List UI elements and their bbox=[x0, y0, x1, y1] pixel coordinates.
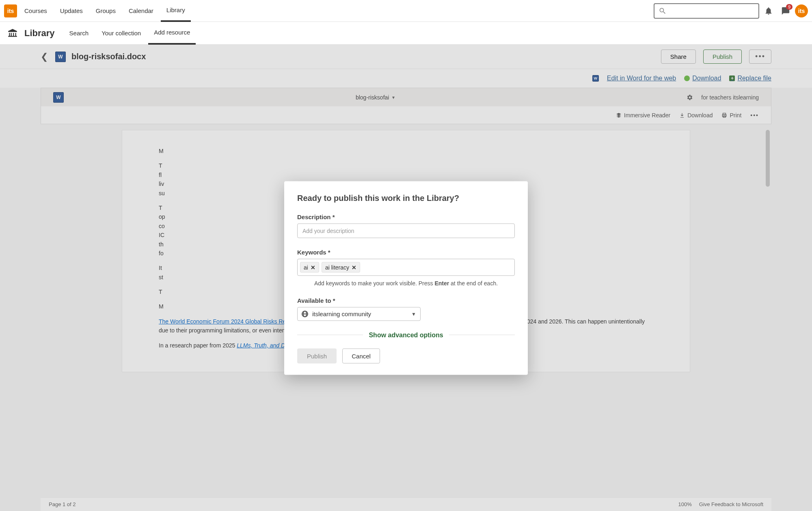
subnav-add-resource[interactable]: Add resource bbox=[148, 22, 196, 45]
nav-courses[interactable]: Courses bbox=[19, 0, 53, 22]
messages-badge: 9 bbox=[786, 4, 793, 10]
library-subnav: Library Search Your collection Add resou… bbox=[0, 22, 812, 45]
subnav-collection[interactable]: Your collection bbox=[96, 22, 147, 45]
library-icon bbox=[7, 28, 18, 39]
publish-modal: Ready to publish this work in the Librar… bbox=[284, 181, 528, 375]
keywords-hint: Add keywords to make your work visible. … bbox=[297, 280, 515, 286]
library-title: Library bbox=[24, 28, 55, 39]
description-input[interactable] bbox=[297, 223, 515, 238]
show-advanced-link[interactable]: Show advanced options bbox=[369, 331, 443, 339]
logo[interactable]: its bbox=[4, 4, 17, 17]
globe-icon bbox=[302, 310, 308, 317]
modal-publish-button[interactable]: Publish bbox=[297, 348, 337, 363]
keyword-tag: ai ✕ bbox=[300, 262, 319, 272]
messages[interactable]: 9 bbox=[778, 3, 793, 19]
remove-tag-icon[interactable]: ✕ bbox=[311, 264, 315, 270]
search-icon bbox=[659, 7, 667, 15]
available-to-select[interactable]: itslearning community ▼ bbox=[297, 307, 421, 321]
keyword-tag: ai literacy ✕ bbox=[322, 262, 360, 272]
subnav-search[interactable]: Search bbox=[64, 22, 95, 45]
modal-title: Ready to publish this work in the Librar… bbox=[297, 193, 515, 203]
keywords-input[interactable]: ai ✕ ai literacy ✕ bbox=[297, 259, 515, 276]
global-search[interactable] bbox=[654, 3, 759, 19]
nav-library[interactable]: Library bbox=[161, 0, 191, 22]
bell-icon bbox=[764, 6, 773, 15]
nav-updates[interactable]: Updates bbox=[54, 0, 89, 22]
notifications-bell[interactable] bbox=[761, 3, 776, 19]
description-label: Description * bbox=[297, 213, 515, 220]
keywords-label: Keywords * bbox=[297, 248, 515, 255]
user-avatar[interactable]: its bbox=[795, 4, 808, 17]
tag-text: ai bbox=[304, 264, 308, 270]
chevron-down-icon: ▼ bbox=[411, 311, 416, 317]
nav-calendar[interactable]: Calendar bbox=[123, 0, 159, 22]
available-to-label: Available to * bbox=[297, 297, 515, 304]
tag-text: ai literacy bbox=[325, 264, 349, 270]
remove-tag-icon[interactable]: ✕ bbox=[352, 264, 356, 270]
top-navigation: its Courses Updates Groups Calendar Libr… bbox=[0, 0, 812, 22]
nav-groups[interactable]: Groups bbox=[90, 0, 121, 22]
available-to-value: itslearning community bbox=[312, 310, 371, 317]
advanced-divider: Show advanced options bbox=[297, 331, 515, 339]
modal-cancel-button[interactable]: Cancel bbox=[342, 348, 380, 363]
main-content: ❮ W blog-risksofai.docx Share Publish ••… bbox=[0, 45, 812, 511]
